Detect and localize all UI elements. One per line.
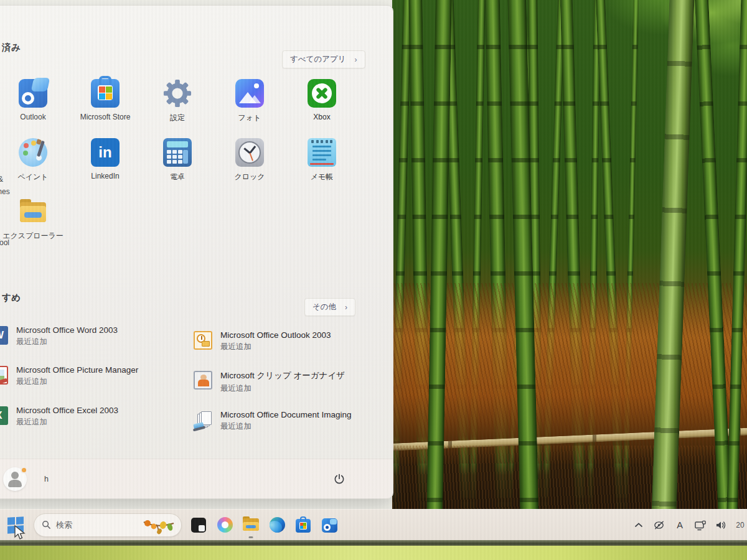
recommended-item-picture-manager[interactable]: Microsoft Office Picture Manager 最近追加: [0, 365, 138, 387]
pinned-app-paint[interactable]: ペイント: [0, 138, 67, 182]
search-label: 検索: [56, 520, 143, 531]
chevron-right-icon: ›: [355, 55, 357, 64]
clock[interactable]: 20: [733, 516, 747, 534]
pinned-app-clock[interactable]: クロック: [215, 138, 284, 182]
outlook-icon: [19, 79, 47, 108]
pinned-app-calculator[interactable]: 電卓: [143, 138, 212, 182]
more-button[interactable]: その他 ›: [304, 298, 355, 316]
all-apps-label: すべてのアプリ: [290, 54, 346, 65]
hidden-icons-chevron[interactable]: [631, 516, 647, 534]
taskbar-outlook-button[interactable]: [320, 516, 339, 534]
chevron-right-icon: ›: [345, 303, 347, 312]
microsoft-store-icon: [296, 519, 311, 533]
taskbar-task-view-button[interactable]: [189, 516, 208, 534]
clipped-app-label-fragment: mes: [0, 187, 10, 196]
taskbar: 検索: [0, 509, 747, 540]
power-button[interactable]: [331, 470, 348, 488]
recommended-section-header: すめ: [2, 292, 21, 304]
system-tray: A 20: [631, 510, 747, 541]
start-button[interactable]: [5, 515, 26, 536]
taskbar-microsoft-store-button[interactable]: [294, 516, 312, 534]
calculator-icon: [163, 138, 192, 167]
pinned-section-header: 済み: [2, 42, 21, 54]
taskbar-file-explorer-button[interactable]: [242, 516, 260, 534]
word-2003-icon: W: [0, 326, 8, 345]
ime-mode-indicator[interactable]: A: [672, 516, 688, 534]
clipped-app-label-fragment: &: [0, 175, 3, 184]
file-explorer-folder-icon: [243, 518, 259, 532]
taskbar-search-box[interactable]: 検索: [34, 513, 182, 537]
file-explorer-folder-icon: [19, 197, 47, 226]
pinned-app-settings[interactable]: 設定: [143, 79, 212, 123]
clip-organizer-icon: [194, 371, 212, 390]
power-icon: [333, 473, 345, 485]
network-icon[interactable]: [692, 516, 708, 534]
recommended-item-clip-organizer[interactable]: Microsoft クリップ オーガナイザ 最近追加: [194, 370, 345, 394]
photos-icon: [235, 79, 264, 108]
pinned-app-linkedin[interactable]: in LinkedIn: [71, 138, 139, 182]
user-name: h: [44, 475, 49, 483]
start-menu-user-bar: h: [0, 459, 393, 498]
all-apps-button[interactable]: すべてのアプリ ›: [282, 50, 365, 68]
microsoft-store-icon: [91, 79, 120, 108]
user-avatar[interactable]: [3, 467, 27, 491]
mouse-cursor: [12, 525, 26, 541]
notification-dot: [21, 467, 27, 474]
search-icon: [42, 520, 51, 530]
clipped-app-label-fragment: Tool: [0, 238, 9, 247]
edge-browser-icon: [270, 517, 285, 533]
copilot-icon: [217, 517, 233, 533]
task-view-icon: [191, 518, 206, 533]
pinned-app-photos[interactable]: フォト: [215, 79, 284, 123]
pinned-app-file-explorer[interactable]: エクスプローラー: [0, 197, 67, 241]
monitor-bezel-strip: [0, 546, 747, 560]
settings-gear-icon: [163, 79, 192, 108]
pinned-app-xbox[interactable]: Xbox: [288, 79, 356, 123]
outlook-icon: [322, 518, 337, 533]
recommended-item-word-2003[interactable]: W Microsoft Office Word 2003 最近追加: [0, 325, 118, 347]
monitor-edge: [0, 540, 747, 546]
recommended-item-outlook-2003[interactable]: Microsoft Office Outlook 2003 最近追加: [194, 330, 331, 352]
clock-icon: [235, 138, 264, 167]
recommended-item-document-imaging[interactable]: Microsoft Office Document Imaging 最近追加: [194, 410, 352, 432]
more-label: その他: [312, 302, 336, 312]
do-not-disturb-icon[interactable]: [651, 516, 667, 534]
volume-icon[interactable]: [713, 516, 729, 534]
picture-manager-icon: [0, 366, 8, 385]
document-imaging-icon: [194, 411, 212, 429]
excel-2003-icon: X: [0, 406, 8, 425]
recommended-item-excel-2003[interactable]: X Microsoft Office Excel 2003 最近追加: [0, 406, 118, 427]
notepad-icon: [308, 138, 336, 167]
outlook-2003-icon: [194, 331, 212, 350]
paint-palette-icon: [19, 138, 47, 167]
pinned-app-notepad[interactable]: メモ帳: [288, 138, 356, 182]
taskbar-copilot-button[interactable]: [215, 516, 234, 534]
photographed-monitor-screen: 済み すべてのアプリ › Outlook Microsoft Store: [0, 0, 747, 560]
start-menu-panel: 済み すべてのアプリ › Outlook Microsoft Store: [0, 5, 393, 499]
search-seasonal-illustration: [143, 516, 176, 534]
running-app-indicator: [249, 536, 253, 538]
xbox-icon: [308, 79, 336, 108]
pinned-apps-grid: Outlook Microsoft Store: [0, 79, 360, 241]
desktop-wallpaper-bamboo: [392, 0, 747, 546]
pinned-app-outlook[interactable]: Outlook: [0, 79, 67, 123]
taskbar-edge-button[interactable]: [268, 516, 286, 534]
linkedin-icon: in: [91, 138, 120, 167]
pinned-app-microsoft-store[interactable]: Microsoft Store: [71, 79, 139, 123]
